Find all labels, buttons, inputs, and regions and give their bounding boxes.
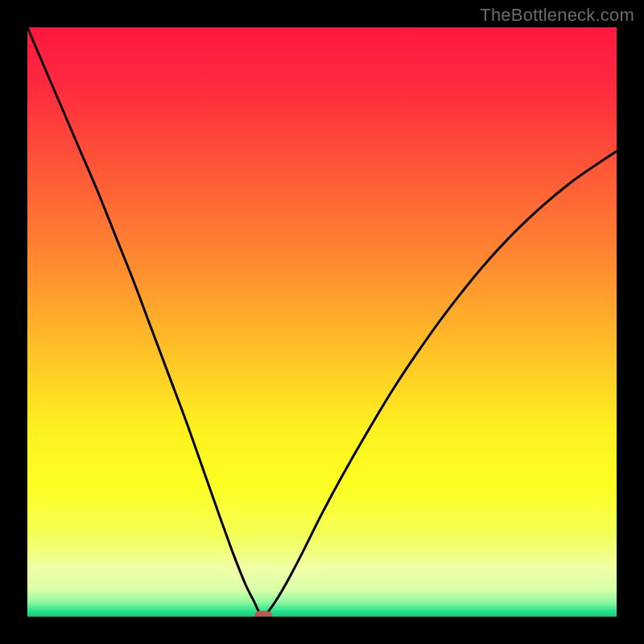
minimum-marker <box>254 611 272 617</box>
curve-right-branch <box>264 151 617 616</box>
plot-area <box>27 27 617 617</box>
watermark-label: TheBottleneck.com <box>480 5 634 26</box>
bottleneck-curve <box>27 27 617 617</box>
chart-frame: TheBottleneck.com <box>0 0 644 644</box>
curve-left-branch <box>27 27 262 616</box>
